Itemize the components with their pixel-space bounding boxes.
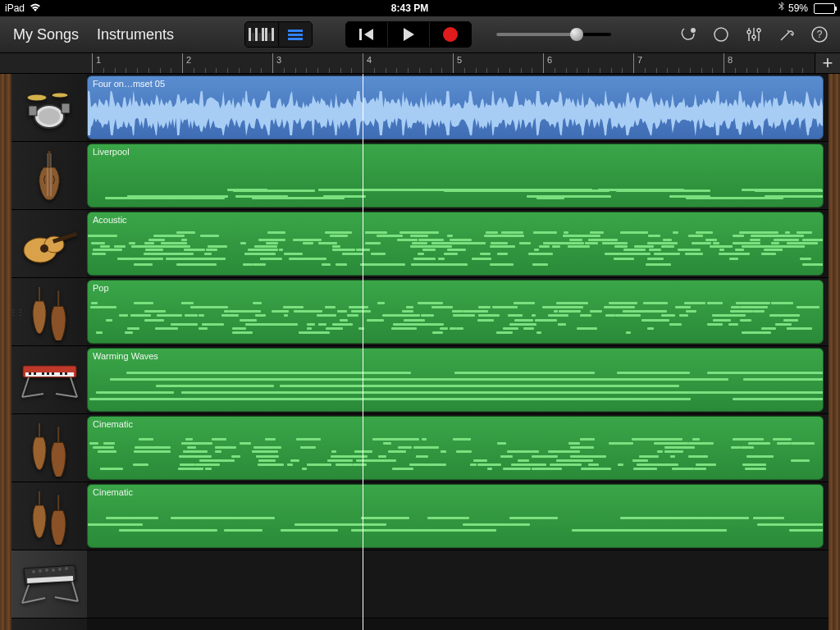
track-header-synth[interactable] bbox=[11, 550, 87, 619]
plus-icon: + bbox=[823, 52, 833, 74]
transport bbox=[345, 21, 472, 48]
bar-marker: 4 bbox=[363, 53, 372, 73]
track-lane[interactable]: Pop bbox=[87, 278, 829, 346]
region-label: Liverpool bbox=[93, 147, 130, 157]
play-button[interactable] bbox=[388, 22, 430, 47]
region-label: Warming Waves bbox=[93, 351, 158, 361]
wifi-icon bbox=[30, 2, 41, 15]
track-header-strings[interactable] bbox=[11, 414, 87, 482]
status-bar: iPad 8:43 PM 59% bbox=[0, 0, 840, 16]
tracks-view-button[interactable] bbox=[279, 22, 312, 47]
svg-point-1 bbox=[691, 28, 696, 33]
help-button[interactable]: ? bbox=[807, 22, 832, 47]
region-label: Acoustic bbox=[93, 215, 127, 225]
svg-line-32 bbox=[22, 377, 29, 397]
battery-pct: 59% bbox=[788, 2, 808, 14]
playhead[interactable] bbox=[363, 74, 363, 630]
track-header-guitar[interactable] bbox=[11, 210, 87, 278]
clock: 8:43 PM bbox=[41, 2, 778, 14]
svg-point-38 bbox=[39, 569, 42, 573]
track-header-keyboard[interactable] bbox=[11, 346, 87, 414]
region-label: Pop bbox=[93, 283, 109, 293]
svg-rect-31 bbox=[65, 372, 67, 375]
region[interactable]: Four on…mset 05 bbox=[87, 75, 824, 139]
bar-marker: 5 bbox=[453, 53, 462, 73]
instruments-button[interactable]: Instruments bbox=[92, 26, 179, 43]
tracks-icon bbox=[288, 30, 303, 40]
region[interactable]: Liverpool bbox=[87, 144, 824, 208]
track-lane[interactable]: Acoustic bbox=[87, 210, 829, 278]
svg-rect-27 bbox=[42, 372, 44, 375]
svg-rect-28 bbox=[47, 372, 49, 375]
add-section-button[interactable]: + bbox=[815, 53, 840, 73]
track-lane[interactable]: Liverpool bbox=[87, 142, 829, 210]
region[interactable]: Pop bbox=[87, 280, 824, 344]
region-label: Four on…mset 05 bbox=[93, 79, 165, 89]
track-lane[interactable]: Warming Waves bbox=[87, 346, 829, 414]
bar-marker: 1 bbox=[92, 53, 101, 73]
track-header-drums[interactable] bbox=[11, 74, 87, 142]
rewind-button[interactable] bbox=[346, 22, 388, 47]
settings-button[interactable] bbox=[774, 22, 799, 47]
track-lane[interactable]: Cinematic bbox=[87, 482, 829, 550]
svg-point-40 bbox=[52, 568, 55, 572]
svg-rect-0 bbox=[359, 29, 362, 40]
region[interactable]: Cinematic bbox=[87, 484, 824, 548]
svg-line-45 bbox=[22, 598, 45, 603]
svg-point-21 bbox=[40, 244, 48, 253]
svg-point-37 bbox=[32, 570, 35, 573]
svg-rect-15 bbox=[29, 106, 37, 116]
svg-line-43 bbox=[22, 585, 29, 603]
svg-point-8 bbox=[757, 29, 760, 32]
svg-point-11 bbox=[27, 94, 47, 101]
track-lane[interactable]: Cinematic bbox=[87, 414, 829, 482]
region-label: Cinematic bbox=[93, 487, 133, 497]
instrument-view-button[interactable] bbox=[245, 22, 279, 47]
svg-point-7 bbox=[752, 35, 756, 39]
svg-point-42 bbox=[65, 567, 68, 570]
svg-rect-30 bbox=[60, 372, 62, 375]
toolbar: My Songs Instruments ? bbox=[0, 16, 840, 53]
device-label: iPad bbox=[5, 2, 25, 14]
track-header-bass[interactable] bbox=[11, 142, 87, 210]
timeline-ruler[interactable]: 12345678 bbox=[87, 53, 815, 73]
record-icon bbox=[443, 27, 458, 42]
svg-rect-26 bbox=[34, 372, 36, 375]
track-lane[interactable] bbox=[87, 550, 829, 619]
ruler-row: 12345678 + bbox=[0, 53, 840, 74]
record-button[interactable] bbox=[430, 22, 471, 47]
svg-rect-29 bbox=[52, 372, 54, 375]
track-header-strings[interactable] bbox=[11, 482, 87, 550]
bar-marker: 7 bbox=[633, 53, 642, 73]
mixer-button[interactable] bbox=[709, 22, 733, 47]
region[interactable]: Cinematic bbox=[87, 416, 824, 480]
track-lane[interactable]: Four on…mset 05 bbox=[87, 74, 829, 142]
track-header-strings[interactable]: ⋮⋮ bbox=[11, 278, 87, 346]
view-segmented bbox=[244, 21, 313, 48]
svg-line-35 bbox=[56, 394, 77, 397]
bar-marker: 2 bbox=[182, 53, 191, 73]
svg-point-14 bbox=[39, 108, 60, 125]
region-label: Cinematic bbox=[93, 419, 133, 429]
region[interactable]: Warming Waves bbox=[87, 348, 824, 412]
bluetooth-icon bbox=[778, 2, 785, 15]
svg-point-6 bbox=[747, 30, 751, 34]
wood-left bbox=[0, 74, 11, 630]
track-headers: ⋮⋮ bbox=[11, 74, 87, 630]
svg-text:?: ? bbox=[817, 29, 823, 40]
region[interactable]: Acoustic bbox=[87, 212, 824, 276]
workspace: ⋮⋮ Four on…mset 05LiverpoolAcousticPopWa… bbox=[0, 74, 840, 630]
wood-right bbox=[829, 74, 840, 630]
bar-marker: 3 bbox=[272, 53, 281, 73]
svg-line-34 bbox=[22, 394, 43, 397]
battery-icon bbox=[811, 3, 835, 14]
piano-icon bbox=[249, 28, 275, 41]
volume-slider[interactable] bbox=[496, 33, 611, 36]
my-songs-button[interactable]: My Songs bbox=[8, 26, 84, 43]
svg-line-46 bbox=[55, 597, 78, 601]
loop-browser-button[interactable] bbox=[676, 22, 701, 47]
svg-point-12 bbox=[52, 93, 68, 98]
track-controls-button[interactable] bbox=[742, 22, 766, 47]
svg-point-39 bbox=[45, 568, 48, 572]
tracks-area[interactable]: Four on…mset 05LiverpoolAcousticPopWarmi… bbox=[87, 74, 829, 630]
